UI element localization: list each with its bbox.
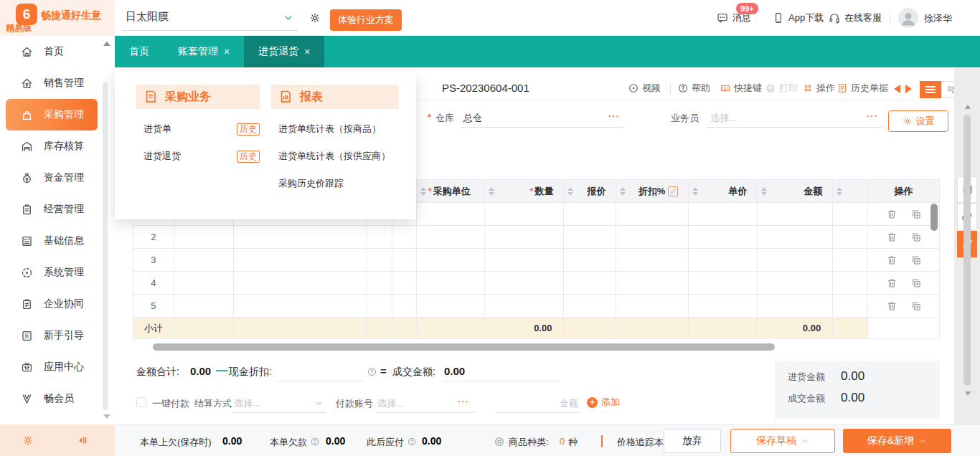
discard-button[interactable]: 放弃 [664, 429, 721, 453]
table-cell-col-c[interactable] [367, 272, 392, 294]
chevron-down-icon[interactable] [314, 399, 324, 408]
save-draft-button[interactable]: 保存草稿 [730, 429, 835, 453]
table-cell-quote[interactable] [564, 226, 616, 248]
clerk-input-underline[interactable] [707, 127, 882, 128]
menu-item[interactable]: 进货退货 历史 [143, 149, 260, 163]
table-cell-unit[interactable] [417, 203, 485, 225]
table-cell-col-a[interactable] [174, 226, 234, 248]
table-cell-unit[interactable] [417, 249, 485, 271]
sidebar-item-collab[interactable]: 企业协同 [0, 288, 102, 320]
edit-icon[interactable] [668, 186, 678, 196]
sort-icon[interactable] [837, 187, 842, 196]
delete-row-icon[interactable] [886, 277, 897, 289]
table-cell-col-e[interactable] [833, 203, 868, 225]
table-cell-price[interactable] [689, 295, 758, 317]
table-cell-col-b[interactable] [234, 272, 367, 294]
table-cell-qty[interactable] [485, 295, 565, 317]
user-name[interactable]: 徐泽华 [924, 12, 952, 25]
shortcut-keys-button[interactable]: 快捷键 [720, 82, 762, 95]
table-cell-col-b[interactable] [234, 226, 367, 248]
menu-item[interactable]: 进货单 历史 [143, 122, 260, 136]
one-click-pay-checkbox[interactable] [136, 397, 146, 407]
account-select-value[interactable]: 日太阳膜 [126, 10, 169, 24]
cash-discount-input[interactable] [275, 381, 363, 381]
clerk-placeholder[interactable]: 选择... [710, 112, 737, 125]
price-track-checkbox[interactable] [601, 435, 603, 447]
history-badge[interactable]: 历史 [237, 123, 260, 136]
print-button[interactable]: 打印 [765, 82, 798, 95]
table-cell-col-d[interactable] [392, 272, 417, 294]
sidebar-item-member[interactable]: 畅会员 [0, 383, 102, 414]
sidebar-item-inventory[interactable]: 库存核算 [0, 130, 102, 162]
video-button[interactable]: 视频 [628, 82, 661, 95]
table-cell-col-e[interactable] [833, 295, 868, 317]
table-cell-col-a[interactable] [174, 295, 234, 317]
pay-amount-placeholder[interactable]: 金额 [495, 397, 578, 410]
pay-account-placeholder[interactable]: 选择... [377, 397, 404, 410]
table-cell-col-b[interactable] [234, 249, 367, 271]
pay-account-more-dots[interactable]: ··· [458, 396, 469, 407]
table-cell-discount[interactable] [616, 295, 689, 317]
pay-account-underline[interactable] [375, 412, 476, 413]
copy-row-icon[interactable] [910, 209, 922, 220]
sidebar-item-home[interactable]: 首页 [0, 36, 102, 67]
table-vscroll-thumb[interactable] [930, 204, 938, 231]
online-support-button[interactable]: 在线客服 [828, 11, 882, 24]
table-cell-amount[interactable] [758, 203, 833, 225]
table-cell-price[interactable] [689, 272, 758, 294]
warehouse-input-underline[interactable] [461, 127, 624, 128]
warehouse-value[interactable]: 总仓 [463, 112, 482, 125]
sidebar-item-purchase[interactable]: 采购管理 [6, 99, 98, 130]
add-payment-button[interactable]: + 添加 [587, 396, 620, 409]
sidebar-item-appcenter[interactable]: 应用中心 [0, 351, 102, 383]
sidebar-item-baseinfo[interactable]: 基础信息 [0, 225, 102, 257]
table-cell-col-e[interactable] [833, 272, 868, 294]
sidebar-scrollbar[interactable] [103, 82, 108, 410]
page-scroll-down-icon[interactable] [965, 391, 971, 396]
sidebar-scroll-down-icon[interactable] [103, 414, 110, 419]
collapse-sidebar-icon[interactable] [75, 434, 88, 447]
copy-row-icon[interactable] [910, 277, 922, 289]
delete-row-icon[interactable] [886, 209, 897, 220]
actions-button[interactable]: 操作 [802, 82, 835, 95]
save-and-new-button[interactable]: 保存&新增 [843, 429, 951, 453]
settings-button[interactable]: 设置 [888, 110, 948, 132]
sort-icon[interactable] [489, 187, 494, 196]
tab-purchase-return[interactable]: 进货退货 × [244, 36, 324, 67]
table-cell-discount[interactable] [616, 249, 689, 271]
tab-accounts[interactable]: 账套管理 × [164, 36, 244, 67]
table-cell-unit[interactable] [417, 226, 485, 248]
app-download-button[interactable]: App下载 [772, 11, 824, 24]
table-cell-col-a[interactable] [174, 272, 234, 294]
delete-row-icon[interactable] [886, 232, 897, 243]
table-cell-col-c[interactable] [367, 249, 392, 271]
table-cell-col-b[interactable] [234, 295, 367, 317]
sort-icon[interactable] [567, 187, 573, 196]
page-scrollbar-thumb[interactable] [963, 115, 971, 386]
chevron-down-icon[interactable] [283, 12, 294, 24]
gear-icon[interactable] [308, 11, 321, 24]
close-tab-icon[interactable]: × [224, 46, 230, 57]
sidebar-item-sales[interactable]: 销售管理 [0, 67, 102, 99]
table-cell-amount[interactable] [758, 249, 833, 271]
warehouse-more-dots[interactable]: ··· [608, 110, 620, 121]
table-cell-discount[interactable] [616, 272, 689, 294]
list-view-button[interactable] [920, 81, 941, 98]
next-doc-icon[interactable] [905, 85, 912, 93]
delete-row-icon[interactable] [886, 300, 897, 312]
table-cell-col-d[interactable] [392, 295, 417, 317]
table-cell-col-e[interactable] [833, 226, 868, 248]
table-cell-col-e[interactable] [833, 249, 868, 271]
table-cell-qty[interactable] [485, 272, 565, 294]
trial-plan-button[interactable]: 体验行业方案 [330, 9, 402, 31]
sidebar-item-guide[interactable]: 新 新手引导 [0, 320, 102, 351]
copy-row-icon[interactable] [910, 232, 922, 243]
table-cell-qty[interactable] [485, 226, 565, 248]
table-cell-amount[interactable] [758, 226, 833, 248]
table-cell-qty[interactable] [485, 203, 565, 225]
settle-method-placeholder[interactable]: 选择... [234, 397, 260, 410]
menu-item[interactable]: 采购历史价跟踪 [278, 176, 399, 191]
table-cell-unit[interactable] [417, 295, 485, 317]
table-cell-price[interactable] [689, 226, 758, 248]
delete-row-icon[interactable] [886, 255, 897, 266]
